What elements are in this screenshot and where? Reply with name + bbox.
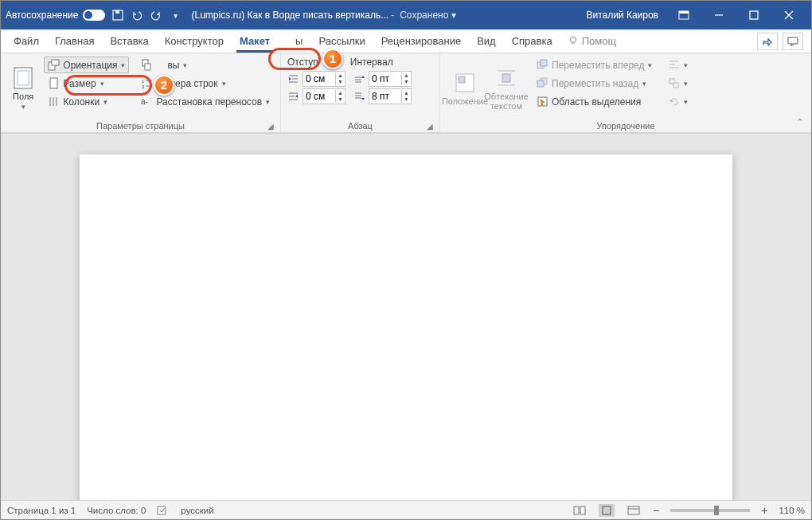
orientation-button[interactable]: Ориентация▾ <box>44 57 129 73</box>
comments-icon[interactable] <box>783 33 803 50</box>
indent-left-icon <box>287 73 299 85</box>
breaks-icon <box>141 59 153 71</box>
margins-icon <box>11 66 35 90</box>
web-layout-icon[interactable] <box>626 504 642 517</box>
svg-rect-14 <box>52 60 59 65</box>
annotation-callout-1: 1 <box>322 49 343 69</box>
svg-text:2: 2 <box>142 84 145 89</box>
svg-rect-10 <box>788 37 798 44</box>
minimize-icon[interactable] <box>701 1 736 29</box>
title-bar: Автосохранение ▾ (Lumpics.ru) Как в Ворд… <box>1 1 811 29</box>
indent-left-input[interactable]: ▲▼ <box>303 71 345 87</box>
redo-icon[interactable] <box>150 9 162 22</box>
svg-rect-46 <box>537 80 544 87</box>
qat-customize-icon[interactable]: ▾ <box>169 9 182 22</box>
svg-rect-53 <box>158 506 166 514</box>
document-canvas[interactable] <box>1 133 811 500</box>
proofing-icon[interactable] <box>157 505 170 516</box>
svg-rect-55 <box>580 506 585 514</box>
svg-rect-5 <box>750 11 758 19</box>
tab-mailings[interactable]: Рассылки <box>310 29 373 53</box>
svg-rect-54 <box>574 506 579 514</box>
zoom-slider[interactable] <box>670 509 750 512</box>
document-page[interactable] <box>80 154 732 500</box>
columns-button[interactable]: Колонки▾ <box>44 93 129 110</box>
group-label-paragraph: Абзац <box>348 121 373 131</box>
app-window: Автосохранение ▾ (Lumpics.ru) Как в Ворд… <box>0 0 812 520</box>
hyphenation-icon: a- <box>141 96 153 108</box>
group-arrange: Положение Обтекание текстом Переместить … <box>440 53 811 132</box>
group-label-arrange: Упорядочение <box>597 121 655 131</box>
word-count[interactable]: Число слов: 0 <box>87 506 146 515</box>
position-icon <box>453 71 477 95</box>
tab-review[interactable]: Рецензирование <box>373 29 469 53</box>
tab-help[interactable]: Справка <box>504 29 560 53</box>
send-backward-button: Переместить назад▾ <box>533 75 656 92</box>
bring-forward-icon <box>537 59 548 71</box>
position-button: Положение <box>447 57 483 120</box>
align-icon <box>668 59 680 71</box>
language-indicator[interactable]: русский <box>181 506 213 515</box>
columns-icon <box>48 96 60 108</box>
hyphenation-button[interactable]: a- Расстановка переносов▾ <box>137 93 274 110</box>
bring-forward-button: Переместить вперед▾ <box>533 57 656 73</box>
zoom-level[interactable]: 110 % <box>779 506 805 515</box>
zoom-out-button[interactable]: − <box>653 504 659 517</box>
ribbon-tabs: Файл Главная Вставка Конструктор Макет ы… <box>1 29 811 53</box>
group-label-page-setup: Параметры страницы <box>96 121 185 131</box>
collapse-ribbon-icon[interactable]: ⌃ <box>796 117 803 127</box>
autosave-toggle[interactable]: Автосохранение <box>6 10 105 21</box>
tab-insert[interactable]: Вставка <box>102 29 156 53</box>
saved-status[interactable]: Сохранено ▾ <box>400 10 456 21</box>
selection-pane-icon <box>537 96 548 108</box>
tab-home[interactable]: Главная <box>47 29 102 53</box>
maximize-icon[interactable] <box>736 1 771 29</box>
svg-point-8 <box>570 37 576 43</box>
margins-button[interactable]: Поля▾ <box>7 57 39 120</box>
toggle-icon <box>83 10 105 21</box>
svg-rect-44 <box>541 60 547 66</box>
selection-pane-button[interactable]: Область выделения <box>533 93 656 110</box>
spacing-header: Интервал <box>350 57 393 68</box>
rotate-button: ▾ <box>664 93 692 110</box>
breaks-button[interactable]: вы▾ <box>137 57 274 73</box>
zoom-in-button[interactable]: + <box>761 504 767 517</box>
undo-icon[interactable] <box>131 9 143 22</box>
read-mode-icon[interactable] <box>572 504 588 517</box>
group-paragraph: Отступ Интервал ▲▼ ▲▼ ▲▼ ▲▼ Абзац◢ <box>281 53 440 132</box>
tab-design[interactable]: Конструктор <box>157 29 232 53</box>
line-numbers-icon: 12 <box>141 77 153 89</box>
ribbon-display-icon[interactable] <box>666 1 701 29</box>
lightbulb-icon <box>568 36 579 46</box>
tab-layout[interactable]: Макет <box>232 29 278 53</box>
dialog-launcher-icon[interactable]: ◢ <box>267 122 274 131</box>
close-icon[interactable] <box>771 1 806 29</box>
svg-text:a-: a- <box>141 97 148 106</box>
page-indicator[interactable]: Страница 1 из 1 <box>7 506 76 515</box>
print-layout-icon[interactable] <box>599 504 615 517</box>
ribbon: Поля▾ Ориентация▾ Размер▾ Колонки▾ <box>1 53 811 133</box>
svg-rect-39 <box>459 76 465 83</box>
indent-header: Отступ <box>287 57 318 68</box>
tab-file[interactable]: Файл <box>6 29 47 53</box>
document-title: (Lumpics.ru) Как в Ворде писать вертикал… <box>191 10 388 21</box>
search-box[interactable]: Помощ <box>560 29 624 53</box>
send-backward-icon <box>537 77 548 89</box>
align-button: ▾ <box>664 57 692 73</box>
spacing-before-input[interactable]: ▲▼ <box>369 71 412 87</box>
spacing-before-icon <box>353 73 365 85</box>
indent-right-input[interactable]: ▲▼ <box>303 88 345 104</box>
save-icon[interactable] <box>111 9 124 22</box>
svg-rect-40 <box>502 74 510 82</box>
quick-access-toolbar: ▾ <box>111 9 182 22</box>
spacing-after-input[interactable]: ▲▼ <box>369 88 412 104</box>
svg-rect-57 <box>628 506 639 514</box>
user-name[interactable]: Виталий Каиров <box>586 10 658 21</box>
size-button[interactable]: Размер▾ <box>44 75 129 92</box>
group-icon <box>668 77 680 89</box>
dialog-launcher-icon[interactable]: ◢ <box>427 122 433 131</box>
tab-view[interactable]: Вид <box>469 29 504 53</box>
share-icon[interactable] <box>757 33 778 50</box>
svg-text:1: 1 <box>142 79 145 84</box>
annotation-callout-2: 2 <box>154 75 174 96</box>
